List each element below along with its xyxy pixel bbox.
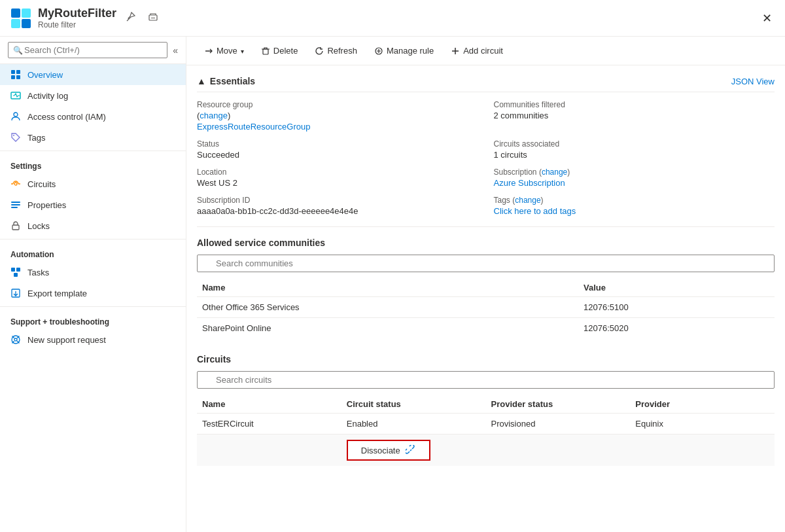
pin-button[interactable] (123, 9, 139, 27)
nav-divider-2 (0, 239, 186, 239)
search-communities-input[interactable] (197, 255, 775, 272)
nav-divider-3 (0, 306, 186, 307)
status-item: Status Succeeded (197, 139, 478, 160)
circuits-provider-header: Provider (630, 395, 775, 414)
svg-rect-19 (16, 268, 20, 272)
app-icon (10, 8, 31, 29)
svg-rect-5 (151, 18, 155, 18)
dissociate-button[interactable]: Dissociate (347, 440, 430, 461)
svg-rect-18 (11, 268, 15, 272)
content-area: Move Delete Refresh Manage rule Add circ… (186, 37, 785, 532)
communities-table: Name Value Other Office 365 Services 120… (197, 279, 775, 338)
move-chevron (241, 46, 244, 56)
sidebar-item-circuits[interactable]: Circuits (0, 173, 186, 194)
section-divider (197, 226, 775, 227)
dissociate-cell: Dissociate (341, 434, 775, 467)
sidebar-item-properties-label: Properties (27, 200, 66, 210)
close-button[interactable]: ✕ (759, 9, 775, 28)
svg-point-12 (13, 135, 14, 136)
sidebar-item-activity-log[interactable]: Activity log (0, 85, 186, 106)
tags-value[interactable]: Click here to add tags (494, 206, 775, 216)
sidebar-item-tasks-label: Tasks (27, 268, 49, 277)
subscription-label: Subscription (change) (494, 168, 775, 177)
communities-section: Allowed service communities 🔍 Name Value… (186, 238, 785, 349)
circuits-associated-label: Circuits associated (494, 139, 775, 149)
export-icon (10, 288, 21, 298)
subscription-id-label: Subscription ID (197, 196, 478, 205)
sidebar-item-export-template[interactable]: Export template (0, 283, 186, 304)
circuits-associated-item: Circuits associated 1 circuits (494, 139, 775, 160)
location-item: Location West US 2 (197, 168, 478, 188)
essentials-header: ▲ Essentials JSON View (197, 76, 775, 92)
add-circuit-icon (451, 46, 460, 56)
subscription-change-link[interactable]: change (542, 168, 567, 177)
svg-rect-1 (22, 9, 31, 18)
svg-rect-20 (14, 273, 18, 277)
community-value-1: 12076:5100 (578, 297, 775, 318)
search-circuits-input[interactable] (197, 371, 775, 389)
communities-name-header: Name (197, 279, 578, 297)
essentials-grid: Resource group (change) ExpressRouteReso… (197, 100, 775, 216)
search-input[interactable] (8, 42, 167, 58)
svg-rect-7 (16, 70, 20, 74)
status-value: Succeeded (197, 150, 478, 160)
location-value: West US 2 (197, 178, 478, 188)
sidebar-item-access-control[interactable]: Access control (IAM) (0, 106, 186, 127)
resource-group-value[interactable]: ExpressRouteResourceGroup (197, 122, 478, 132)
title-bar: MyRouteFilter Route filter ✕ (0, 0, 785, 37)
svg-rect-3 (22, 19, 31, 28)
subscription-value[interactable]: Azure Subscription (494, 178, 775, 188)
sidebar-item-tags[interactable]: Tags (0, 127, 186, 148)
overview-icon (10, 69, 21, 80)
svg-rect-9 (16, 75, 20, 79)
dissociate-row: Dissociate (197, 434, 775, 467)
resource-group-label: Resource group (197, 100, 478, 109)
community-name-2: SharePoint Online (197, 318, 578, 339)
circuits-section-title: Circuits (197, 354, 775, 364)
svg-point-23 (14, 338, 17, 341)
dissociate-label: Dissociate (361, 446, 400, 455)
refresh-button[interactable]: Refresh (307, 42, 364, 60)
add-circuit-button[interactable]: Add circuit (444, 42, 510, 60)
sidebar-item-access-label: Access control (IAM) (27, 112, 106, 122)
circuits-name-header: Name (197, 395, 341, 414)
sidebar-item-overview-label: Overview (27, 70, 63, 80)
tags-change-link[interactable]: change (515, 196, 540, 205)
search-box-inner: 🔍 (8, 42, 167, 58)
collapse-button[interactable]: « (173, 45, 178, 56)
properties-icon (10, 200, 21, 210)
json-view-link[interactable]: JSON View (731, 77, 775, 86)
communities-filtered-label: Communities filtered (494, 100, 775, 109)
manage-rule-button[interactable]: Manage rule (367, 42, 441, 60)
tasks-icon (10, 267, 21, 277)
svg-rect-14 (11, 202, 20, 203)
print-button[interactable] (145, 9, 161, 27)
essentials-section: ▲ Essentials JSON View Resource group (c… (186, 65, 785, 226)
sidebar-item-overview[interactable]: Overview (0, 64, 186, 85)
subscription-item: Subscription (change) Azure Subscription (494, 168, 775, 188)
automation-section-label: Automation (0, 242, 186, 262)
circuits-icon (10, 179, 21, 189)
sidebar-item-tasks[interactable]: Tasks (0, 262, 186, 283)
svg-rect-0 (11, 9, 20, 18)
sidebar-item-properties[interactable]: Properties (0, 194, 186, 215)
delete-button[interactable]: Delete (254, 42, 305, 60)
status-label: Status (197, 139, 478, 149)
communities-filtered-value: 2 communities (494, 111, 775, 120)
nav-divider-1 (0, 151, 186, 151)
collapse-essentials-icon[interactable]: ▲ (197, 76, 206, 86)
svg-rect-2 (11, 19, 20, 28)
sidebar-item-tags-label: Tags (27, 133, 45, 143)
circuits-status-header: Circuit status (341, 395, 486, 414)
subscription-id-item: Subscription ID aaaa0a0a-bb1b-cc2c-dd3d-… (197, 196, 478, 216)
tags-label: Tags (change) (494, 196, 775, 205)
resource-group-change-link[interactable]: change (200, 111, 228, 120)
circuits-section: Circuits 🔍 Name Circuit status Provider … (186, 354, 785, 476)
dissociate-icon (406, 445, 416, 455)
communities-title: Allowed service communities (197, 238, 775, 248)
sidebar-item-new-support[interactable]: New support request (0, 329, 186, 350)
community-row-1: Other Office 365 Services 12076:5100 (197, 297, 775, 318)
app-subtitle: Route filter (38, 20, 116, 29)
move-button[interactable]: Move (197, 42, 251, 60)
sidebar-item-locks[interactable]: Locks (0, 215, 186, 236)
